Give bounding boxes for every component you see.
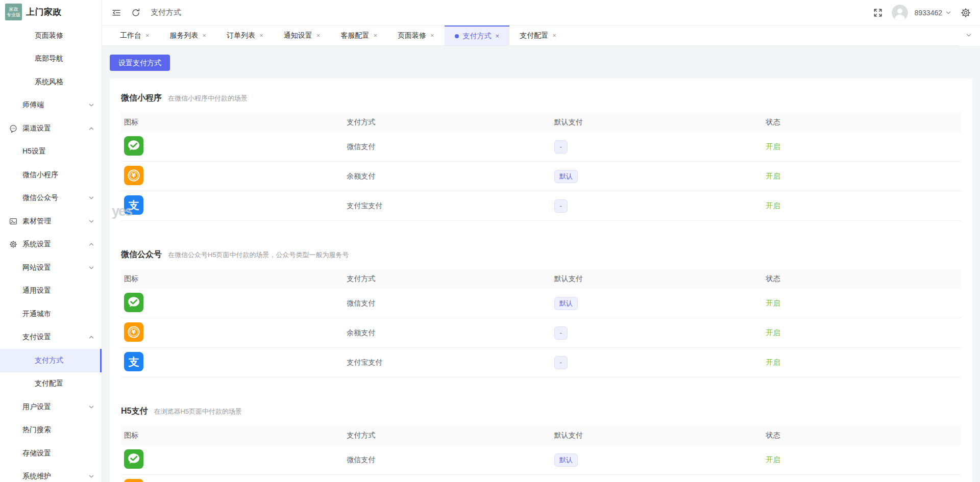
tab-close-icon[interactable]: × (203, 32, 207, 39)
tab-label: 支付配置 (520, 31, 548, 40)
payment-table: 图标支付方式默认支付状态微信支付默认开启¥余额支付-开启支支付宝支付-开启 (121, 269, 961, 377)
fullscreen-icon[interactable] (873, 8, 883, 17)
sidebar-item[interactable]: H5设置 (0, 140, 102, 164)
icon-cell (121, 293, 344, 314)
settings-gear-icon[interactable] (961, 8, 971, 18)
sidebar-item[interactable]: 页面装修 (0, 24, 102, 47)
table-header-cell: 支付方式 (344, 274, 551, 284)
tab-close-icon[interactable]: × (316, 32, 321, 39)
sidebar-item-label: 存储设置 (22, 449, 51, 458)
sidebar-item[interactable]: 开通城市 (0, 302, 102, 326)
section-title: 微信公众号 (121, 249, 162, 260)
tab-label: 客服配置 (340, 31, 369, 40)
brand-logo-line2: 专业版 (7, 12, 20, 17)
wechat-pay-icon (124, 136, 143, 156)
icon-cell: ¥ (121, 479, 344, 482)
tab-close-icon[interactable]: × (145, 32, 150, 39)
status-cell: 开启 (763, 299, 961, 308)
section-header: H5支付在浏览器H5页面中付款的场景 (121, 406, 961, 417)
chevron-down-icon (88, 404, 94, 410)
section-subtitle: 在微信公众号H5页面中付款的场景，公众号类型一般为服务号 (168, 250, 349, 260)
default-badge[interactable]: 默认 (554, 297, 578, 310)
table-header-cell: 支付方式 (344, 118, 551, 127)
table-row: 支支付宝支付-开启 (121, 348, 961, 377)
sidebar-item[interactable]: 支付设置 (0, 326, 102, 349)
table-row: ¥余额支付-开启 (121, 475, 961, 482)
table-row: yes支支付宝支付-开启 (121, 191, 961, 221)
section-title: 微信小程序 (121, 93, 162, 104)
icon-cell (121, 449, 344, 470)
sidebar-item[interactable]: 支付配置 (0, 372, 102, 396)
brand: 家政 专业版 上门家政 (0, 0, 102, 24)
set-payment-method-button[interactable]: 设置支付方式 (110, 55, 170, 71)
sidebar-item[interactable]: 支付方式 (0, 349, 102, 372)
tab[interactable]: 客服配置× (330, 26, 387, 45)
default-cell: - (551, 140, 763, 154)
default-badge[interactable]: 默认 (554, 170, 578, 183)
tab[interactable]: 订单列表× (216, 26, 274, 45)
image-icon (9, 217, 17, 225)
sidebar-item[interactable]: 微信小程序 (0, 163, 102, 187)
table-header-cell: 图标 (121, 274, 344, 284)
refresh-icon[interactable] (131, 8, 140, 17)
status-cell: 开启 (763, 358, 961, 367)
sidebar-item-label: 支付方式 (35, 356, 63, 365)
default-badge[interactable]: - (554, 140, 568, 154)
payment-section: H5支付在浏览器H5页面中付款的场景图标支付方式默认支付状态微信支付默认开启¥余… (121, 406, 961, 482)
sidebar-item[interactable]: 系统设置 (0, 233, 102, 257)
tabs-dropdown-button[interactable] (959, 26, 980, 46)
avatar[interactable] (892, 5, 908, 21)
user-menu[interactable]: 8933462 (914, 9, 951, 17)
table-row: ¥余额支付默认开启 (121, 162, 961, 191)
sidebar-item-label: 系统风格 (35, 78, 63, 87)
sidebar-item[interactable]: 通用设置 (0, 280, 102, 303)
table-header-cell: 默认支付 (551, 274, 763, 284)
default-badge[interactable]: - (554, 326, 568, 340)
sidebar-item[interactable]: 存储设置 (0, 442, 102, 465)
tab-close-icon[interactable]: × (259, 32, 263, 39)
sidebar-item[interactable]: 渠道设置 (0, 117, 102, 140)
default-badge[interactable]: 默认 (554, 453, 578, 467)
table-header-row: 图标支付方式默认支付状态 (121, 269, 961, 289)
sidebar-item[interactable]: 系统风格 (0, 70, 102, 94)
sidebar-item[interactable]: 网站设置 (0, 256, 102, 280)
sidebar-item[interactable]: 用户设置 (0, 395, 102, 419)
sidebar-item[interactable]: 师傅端 (0, 94, 102, 117)
tab-close-icon[interactable]: × (373, 32, 377, 39)
sidebar-item[interactable]: 微信公众号 (0, 187, 102, 210)
sidebar-item[interactable]: 素材管理 (0, 210, 102, 233)
sidebar-item-label: 系统维护 (22, 472, 51, 481)
watermark-text: yes (112, 204, 132, 219)
tab-label: 支付方式 (463, 32, 492, 41)
sidebar-item[interactable]: 底部导航 (0, 47, 102, 71)
breadcrumb: 支付方式 (151, 8, 181, 17)
main-area: 支付方式 8933462 工作台×服务列表×订单列表×通知设置×客服配置×页面装… (102, 0, 980, 482)
brand-logo-line1: 家政 (9, 7, 18, 12)
default-badge[interactable]: - (554, 199, 568, 213)
section-subtitle: 在微信小程序中付款的场景 (168, 94, 248, 103)
sidebar-item[interactable]: 热门搜索 (0, 419, 102, 442)
table-header-cell: 状态 (763, 274, 961, 284)
tab[interactable]: 支付方式× (445, 26, 510, 45)
icon-cell (121, 136, 344, 157)
table-row: ¥余额支付-开启 (121, 318, 961, 348)
sidebar-item[interactable]: 系统维护 (0, 465, 102, 482)
default-badge[interactable]: - (554, 356, 568, 369)
tab-close-icon[interactable]: × (552, 32, 556, 39)
status-text: 开启 (766, 142, 780, 150)
tab[interactable]: 通知设置× (274, 26, 331, 45)
collapse-sidebar-icon[interactable] (112, 8, 121, 17)
default-cell: 默认 (551, 297, 763, 310)
tab[interactable]: 支付配置× (509, 26, 567, 45)
section-header: 微信小程序在微信小程序中付款的场景 (121, 93, 961, 104)
tab[interactable]: 服务列表× (160, 26, 217, 45)
username: 8933462 (914, 9, 942, 17)
tab[interactable]: 工作台× (110, 26, 160, 45)
tab-close-icon[interactable]: × (430, 32, 434, 39)
sidebar-item-label: 支付设置 (22, 333, 51, 342)
tab[interactable]: 页面装修× (387, 26, 445, 45)
sidebar-item-label: 系统设置 (22, 240, 51, 249)
sidebar-item-label: 开通城市 (22, 310, 51, 319)
active-tab-dot (455, 34, 459, 38)
tab-close-icon[interactable]: × (496, 32, 500, 40)
